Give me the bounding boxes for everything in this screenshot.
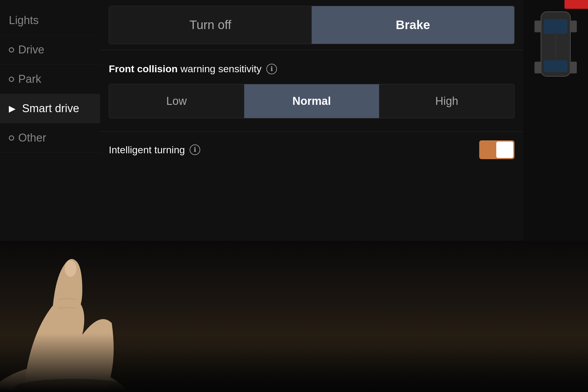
car-top-view (529, 6, 582, 89)
park-dot-icon (9, 77, 14, 82)
svg-rect-3 (534, 21, 542, 32)
turning-label: Intelligent turning ℹ (109, 144, 200, 156)
brake-label: Brake (396, 18, 430, 32)
brake-button[interactable]: Brake (312, 6, 514, 44)
turn-off-button[interactable]: Turn off (109, 6, 312, 44)
turning-info-icon[interactable]: ℹ (190, 144, 200, 155)
sidebar-item-label: Smart drive (22, 102, 79, 115)
sidebar-item-label: Drive (18, 43, 44, 56)
svg-rect-6 (570, 62, 577, 73)
car-preview-panel (523, 0, 588, 241)
sidebar-item-label: Park (18, 73, 41, 85)
sidebar-item-park[interactable]: Park (0, 65, 100, 94)
sidebar-item-drive[interactable]: Drive (0, 35, 100, 65)
toggle-thumb (496, 142, 513, 158)
red-indicator (564, 0, 588, 9)
section-divider (100, 50, 523, 50)
other-dot-icon (9, 135, 14, 141)
turn-off-label: Turn off (189, 18, 231, 32)
bottom-area (0, 241, 588, 392)
sensitivity-group: Low Normal High (109, 84, 514, 118)
svg-point-9 (65, 260, 76, 277)
sensitivity-low-button[interactable]: Low (109, 84, 244, 118)
normal-label: Normal (293, 95, 331, 107)
sidebar-item-label: Lights (9, 14, 39, 27)
sidebar-item-lights[interactable]: Lights (0, 6, 100, 35)
main-content: Turn off Brake Front collision warning s… (100, 0, 523, 241)
bottom-fade (0, 333, 588, 392)
collision-info-icon[interactable]: ℹ (266, 64, 277, 74)
turning-text: Intelligent turning (109, 144, 185, 156)
sensitivity-high-button[interactable]: High (379, 84, 514, 118)
intelligent-turning-toggle[interactable] (479, 140, 514, 159)
top-toggle-group: Turn off Brake (109, 6, 514, 44)
intelligent-turning-section: Intelligent turning ℹ (100, 131, 523, 168)
sidebar-item-other[interactable]: Other (0, 123, 100, 153)
svg-rect-4 (570, 21, 577, 32)
svg-rect-5 (534, 62, 542, 73)
drive-dot-icon (9, 47, 14, 53)
collision-title: Front collision warning sensitivity ℹ (109, 63, 514, 75)
sensitivity-normal-button[interactable]: Normal (244, 84, 380, 118)
svg-rect-1 (544, 19, 567, 34)
collision-section: Front collision warning sensitivity ℹ Lo… (100, 56, 523, 128)
low-label: Low (166, 95, 187, 107)
svg-rect-2 (544, 60, 567, 72)
arrow-icon: ▶ (9, 103, 16, 114)
collision-title-bold: Front collision warning sensitivity (109, 63, 262, 75)
sidebar-item-label: Other (18, 132, 46, 144)
high-label: High (435, 95, 458, 107)
sidebar-item-smart-drive[interactable]: ▶ Smart drive (0, 94, 100, 123)
